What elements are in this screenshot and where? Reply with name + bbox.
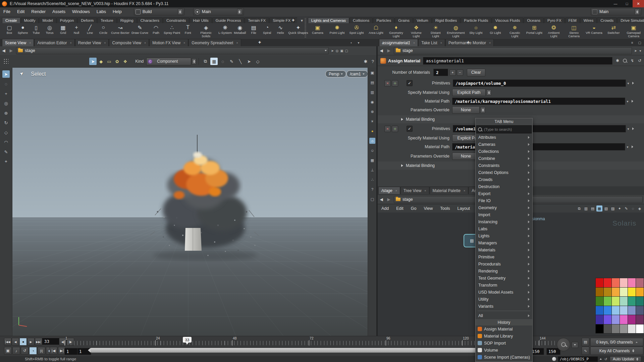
close-tab-icon[interactable]: ×: [29, 41, 31, 45]
pane-swap-icon[interactable]: ▪: [349, 40, 354, 45]
pane-tab[interactable]: Geometry Spreadsheet ×: [189, 39, 241, 46]
shelf-tab[interactable]: Viscous Fluids: [492, 17, 523, 23]
shelf-tab[interactable]: Polygon: [57, 17, 77, 23]
select-tool[interactable]: ➤: [2, 70, 10, 78]
tab-menu-history-item[interactable]: Assign Material: [476, 325, 532, 333]
maximize-icon[interactable]: ▢: [344, 48, 349, 53]
key-options-dropdown[interactable]: [572, 342, 578, 348]
tool-gi-light[interactable]: ✹ GI Light: [486, 24, 505, 39]
forward-icon[interactable]: ▶: [7, 48, 15, 54]
delete-block-button[interactable]: ✕: [384, 80, 391, 86]
tab-menu-history-item[interactable]: Material Library: [476, 333, 532, 340]
tab-menu-category[interactable]: Test Geometry: [476, 275, 532, 282]
keys-scope-icon[interactable]: ▤: [582, 338, 589, 346]
tab-menu-category[interactable]: Attributes: [476, 134, 532, 141]
tab-menu-category[interactable]: Procedurals: [476, 260, 532, 267]
pane-menu-icon[interactable]: ▾: [356, 40, 361, 45]
tool-circle[interactable]: ○ Circle: [97, 24, 110, 39]
tick-marks-icon[interactable]: |ǀ|: [38, 347, 45, 355]
shelf-tab[interactable]: Vellum: [413, 17, 432, 23]
tab-menu-category[interactable]: Collections: [476, 148, 532, 155]
add-shelf-tab-button[interactable]: +: [289, 17, 297, 23]
minimize-button[interactable]: —: [610, 0, 621, 7]
shelf-tab[interactable]: Model: [39, 17, 56, 23]
tool-line[interactable]: ╱ Line: [83, 24, 97, 39]
paint-tool[interactable]: ✎: [2, 148, 10, 156]
pane-maximize-icon[interactable]: ▢: [637, 40, 642, 45]
forward-icon[interactable]: ▶: [385, 196, 392, 202]
normals-display-icon[interactable]: ⊥: [369, 167, 375, 173]
tab-menu-history-item[interactable]: SOP Import: [476, 340, 532, 347]
key-all-channels-dropdown[interactable]: Key All Channels: [590, 347, 643, 355]
maximize-button[interactable]: □: [621, 0, 633, 7]
select-visible-icon[interactable]: ➤: [245, 58, 253, 65]
tab-menu-category[interactable]: Transform: [476, 282, 532, 289]
realtime-toggle-icon[interactable]: ↺: [21, 347, 29, 355]
rotate-tool[interactable]: ↻: [2, 119, 10, 126]
shelf-tab[interactable]: Rigging: [117, 17, 137, 23]
color-swatch[interactable]: [636, 297, 644, 306]
color-swatch[interactable]: [596, 297, 603, 306]
tool-spiral[interactable]: ◔ Spiral: [260, 24, 274, 39]
color-swatch[interactable]: [604, 315, 611, 324]
menu-item[interactable]: Assets: [49, 7, 69, 16]
spinner[interactable]: [237, 9, 242, 15]
set-key-button[interactable]: [557, 338, 570, 351]
scale-tool[interactable]: ◇: [2, 129, 10, 136]
stop-button[interactable]: ■: [19, 338, 27, 346]
kind-spinner[interactable]: [192, 58, 196, 64]
color-swatch[interactable]: [612, 324, 620, 334]
go-to-end-button[interactable]: ▶▶|: [35, 338, 42, 346]
color-swatch[interactable]: [596, 324, 603, 334]
lasso-select-icon[interactable]: ◌: [219, 58, 226, 65]
select-gestures-icon[interactable]: ◇: [254, 58, 261, 65]
tab-menu-category[interactable]: Materials: [476, 246, 532, 253]
display-options-icon[interactable]: ●: [369, 128, 375, 134]
color-swatch[interactable]: [620, 278, 628, 287]
shelf-tab[interactable]: Lights and Cameras: [308, 17, 349, 23]
secure-selection-icon[interactable]: ◌: [2, 80, 10, 87]
tool-tube[interactable]: ▯ Tube: [30, 24, 43, 39]
current-frame-field[interactable]: 33: [42, 338, 61, 345]
pane-tab[interactable]: Tree View ×: [400, 187, 429, 194]
play-button[interactable]: ▶: [27, 338, 35, 346]
tool-spray-paint[interactable]: ∴ Spray Paint: [163, 24, 181, 39]
shelf-tab[interactable]: Wires: [580, 17, 597, 23]
tool-font[interactable]: T Font: [181, 24, 195, 39]
color-swatch[interactable]: [628, 288, 636, 297]
close-tab-icon[interactable]: ×: [70, 41, 71, 45]
spinner[interactable]: [486, 89, 491, 96]
tool-grid[interactable]: ▦ Grid: [56, 24, 70, 39]
kind-dropdown[interactable]: C Component: [146, 58, 191, 65]
tool-file[interactable]: ▤ File: [247, 24, 260, 39]
pane-tab[interactable]: Take List ×: [418, 39, 445, 46]
help-icon[interactable]: ?: [369, 186, 375, 192]
channels-icon[interactable]: ∿: [582, 347, 589, 355]
distribute-icon[interactable]: ▥: [583, 205, 589, 212]
pin-icon[interactable]: ➤: [633, 48, 638, 53]
scene-graph-icon[interactable]: ⧉: [202, 58, 209, 65]
color-swatch[interactable]: [636, 324, 644, 334]
tool-path[interactable]: ◠ Path: [149, 24, 163, 39]
shelf-tab[interactable]: Characters: [137, 17, 163, 23]
pane-menu-icon[interactable]: ≡: [630, 40, 635, 45]
color-swatch[interactable]: [604, 278, 611, 287]
close-tab-icon[interactable]: ×: [424, 189, 426, 192]
projection-selector[interactable]: Persp: [325, 70, 346, 77]
shelf-overflow-icon[interactable]: ▼: [300, 19, 304, 22]
color-swatch[interactable]: [620, 288, 628, 297]
swatch-icon[interactable]: ▨: [610, 205, 616, 212]
playhead[interactable]: 33: [183, 337, 192, 343]
shelf-tab[interactable]: FEM: [565, 17, 580, 23]
network-menu-item[interactable]: Edit: [392, 206, 407, 211]
menu-item[interactable]: Edit: [14, 7, 28, 16]
shelf-tab[interactable]: Crowds: [597, 17, 617, 23]
tab-menu-category[interactable]: Crowds: [476, 176, 532, 183]
disable-lights-icon[interactable]: ⊗: [369, 109, 375, 115]
snapshot-icon[interactable]: ▣: [369, 70, 375, 76]
close-tab-icon[interactable]: ×: [236, 41, 238, 45]
field-menu-icon[interactable]: ▾: [625, 144, 630, 149]
shelf-tab[interactable]: Deform: [77, 17, 97, 23]
params-path-field[interactable]: stage: [394, 47, 632, 54]
brush-select-icon[interactable]: ✎: [228, 58, 235, 65]
